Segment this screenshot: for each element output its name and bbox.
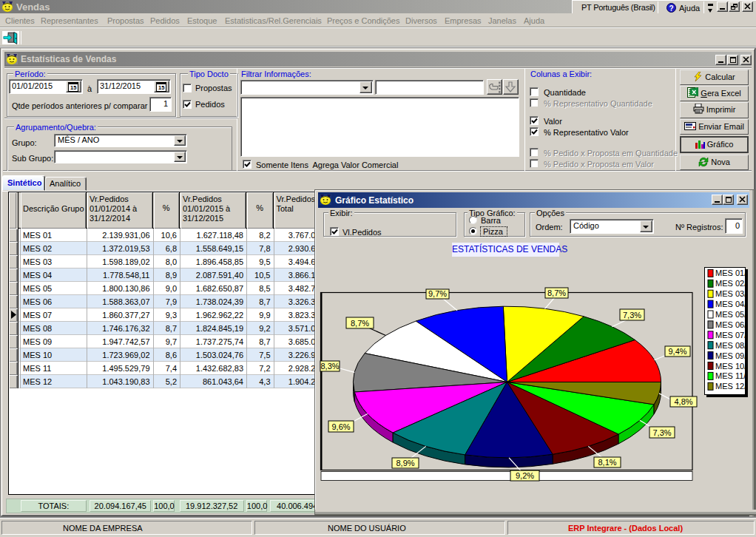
svg-text:9,7%: 9,7% — [428, 289, 447, 298]
svg-text:15: 15 — [70, 84, 76, 91]
svg-text:8,7%: 8,7% — [351, 319, 369, 328]
svg-text:7,3%: 7,3% — [623, 311, 641, 320]
svg-text:MES 05/: MES 05/ — [715, 310, 747, 319]
svg-text:15: 15 — [158, 84, 164, 91]
svg-text:9,6%: 9,6% — [331, 422, 350, 431]
svg-text:MES 07/: MES 07/ — [715, 331, 747, 340]
svg-text:MES 04/: MES 04/ — [715, 300, 747, 308]
svg-text:MES 08/: MES 08/ — [715, 341, 747, 350]
svg-text:MES 03/: MES 03/ — [715, 289, 747, 298]
svg-text:9,4%: 9,4% — [668, 347, 686, 356]
svg-text:8,3%: 8,3% — [320, 362, 339, 371]
svg-text:MES 02/: MES 02/ — [715, 279, 747, 288]
svg-text:8,9%: 8,9% — [396, 459, 414, 467]
svg-text:MES 11/: MES 11/ — [715, 371, 746, 380]
svg-text:8,1%: 8,1% — [598, 458, 616, 467]
svg-text:MES 10/: MES 10/ — [715, 362, 747, 371]
svg-text:4,8%: 4,8% — [674, 397, 692, 406]
svg-text:7,3%: 7,3% — [652, 428, 671, 437]
svg-text:8,7%: 8,7% — [547, 288, 566, 297]
svg-text:MES 06/: MES 06/ — [715, 320, 747, 329]
svg-text:MES 01/: MES 01/ — [715, 268, 747, 277]
svg-text:MES 12/: MES 12/ — [715, 382, 747, 391]
svg-text:9,2%: 9,2% — [516, 471, 534, 480]
svg-text:MES 09/: MES 09/ — [715, 351, 747, 360]
